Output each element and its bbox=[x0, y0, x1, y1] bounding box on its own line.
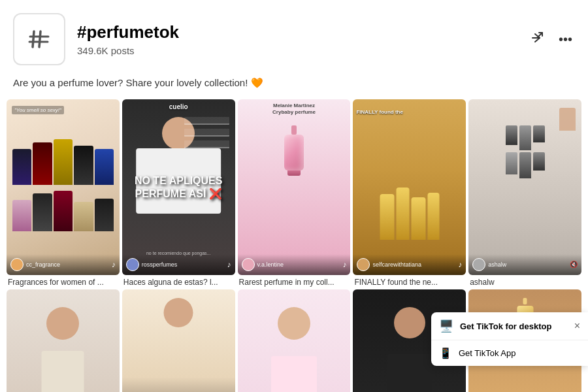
video-card-r2-1[interactable]: 7195721452832820485 bbox=[7, 289, 120, 392]
gold-bottles bbox=[380, 188, 439, 240]
hashtag-header: #perfumetok 349.6K posts ••• bbox=[0, 0, 588, 72]
big-text-line1-2: NO TE APLIQUES bbox=[127, 174, 229, 187]
face-r2-1 bbox=[46, 307, 79, 340]
finally-text: FINALLY found the bbox=[356, 109, 463, 115]
video-wrapper-3: Melanie Martinez Crybaby perfume v.a.len… bbox=[238, 99, 351, 287]
body-r2-4 bbox=[387, 354, 432, 392]
username-tag-2: rossperfumes bbox=[126, 258, 178, 271]
hashtag-icon bbox=[13, 13, 65, 65]
avatar-3 bbox=[242, 258, 255, 271]
dark-bottles bbox=[506, 125, 545, 178]
pink-bottle bbox=[284, 125, 304, 176]
video-wrapper-2: cuelio NO TE APLIQUES PERFUME ASÍ ❌ no t… bbox=[122, 99, 235, 287]
sound-icon-4: ♪ bbox=[458, 260, 462, 269]
body-r2-1 bbox=[42, 351, 84, 392]
username-3: v.a.lentine bbox=[257, 261, 284, 268]
username-tag-3: v.a.lentine bbox=[242, 258, 284, 271]
video-wrapper-5: ashalw 🔇 ashalw bbox=[468, 99, 581, 287]
video-card-5[interactable]: ashalw 🔇 bbox=[468, 99, 581, 275]
video-overlay-1: "You smell so sexy!" cc_fragrance ♪ bbox=[7, 99, 120, 275]
video-card-3[interactable]: Melanie Martinez Crybaby perfume v.a.len… bbox=[238, 99, 351, 275]
caption-2: Haces alguna de estas? l... bbox=[122, 275, 235, 287]
video-card-4[interactable]: FINALLY found the selfcarewithtatiana ♪ bbox=[353, 99, 466, 275]
video-card-r2-2[interactable]: Vanilla bbox=[122, 289, 235, 392]
video-card-2[interactable]: cuelio NO TE APLIQUES PERFUME ASÍ ❌ no t… bbox=[122, 99, 235, 275]
sound-icon-5: 🔇 bbox=[570, 261, 578, 268]
caption-4: FINALLY found the ne... bbox=[353, 275, 466, 287]
card5-bottom: ashalw 🔇 bbox=[468, 254, 581, 275]
username-5: ashalw bbox=[488, 261, 506, 268]
quote-overlay: "You smell so sexy!" bbox=[12, 106, 64, 114]
hashtag-title: #perfumetok bbox=[77, 22, 515, 42]
big-text-line2-2: PERFUME ASÍ ❌ bbox=[127, 187, 229, 199]
more-button[interactable]: ••• bbox=[556, 29, 575, 50]
username-4: selfcarewithtatiana bbox=[372, 261, 421, 268]
sound-icon-1: ♪ bbox=[112, 260, 116, 269]
video-overlay-3: Melanie Martinez Crybaby perfume v.a.len… bbox=[238, 99, 351, 275]
username-1: cc_fragrance bbox=[26, 261, 60, 268]
video-overlay-5: ashalw 🔇 bbox=[468, 99, 581, 275]
card3-bottom: v.a.lentine ♪ bbox=[238, 254, 351, 275]
post-count: 349.6K posts bbox=[77, 45, 515, 56]
popup-desktop-title: Get TikTok for desktop bbox=[460, 321, 568, 331]
avatar-4 bbox=[357, 258, 370, 271]
sound-icon-3: ♪ bbox=[342, 260, 346, 269]
video-wrapper-4: FINALLY found the selfcarewithtatiana ♪ … bbox=[353, 99, 466, 287]
share-button[interactable] bbox=[527, 28, 547, 51]
face-r2-2 bbox=[164, 298, 193, 327]
video-grid-row1: "You smell so sexy!" cc_fragrance ♪ Frag… bbox=[0, 99, 588, 287]
video-card-1[interactable]: "You smell so sexy!" cc_fragrance ♪ bbox=[7, 99, 120, 275]
header-info: #perfumetok 349.6K posts bbox=[77, 22, 515, 56]
video-card-r2-3[interactable] bbox=[238, 289, 351, 392]
svg-line-1 bbox=[39, 31, 41, 47]
video-overlay-2: cuelio NO TE APLIQUES PERFUME ASÍ ❌ no t… bbox=[122, 99, 235, 275]
top-label-2: cuelio bbox=[122, 103, 235, 110]
video-wrapper-1: "You smell so sexy!" cc_fragrance ♪ Frag… bbox=[7, 99, 120, 287]
video-overlay-4: FINALLY found the selfcarewithtatiana ♪ bbox=[353, 99, 466, 275]
username-tag-4: selfcarewithtatiana bbox=[357, 258, 421, 271]
big-text-2: NO TE APLIQUES PERFUME ASÍ ❌ bbox=[127, 174, 229, 199]
body-r2-3 bbox=[271, 356, 317, 392]
username-tag-5: ashalw bbox=[472, 258, 506, 271]
face-r2-3 bbox=[278, 307, 310, 340]
caption-5: ashalw bbox=[468, 275, 581, 287]
caption-3: Rarest perfume in my coll... bbox=[238, 275, 351, 287]
avatar-1 bbox=[10, 258, 24, 271]
popup-header: 🖥️ Get TikTok for desktop × bbox=[431, 312, 588, 340]
desktop-icon: 🖥️ bbox=[439, 319, 453, 333]
avatar-5 bbox=[472, 258, 485, 271]
header-actions: ••• bbox=[527, 28, 575, 51]
hand-overlay bbox=[559, 108, 576, 131]
card2-bottom: rossperfumes ♪ bbox=[122, 254, 235, 275]
phone-icon: 📱 bbox=[439, 347, 452, 359]
sound-icon-2: ♪ bbox=[227, 260, 231, 269]
caption-1: Fragrances for women of ... bbox=[7, 275, 120, 287]
hashtag-description: Are you a perfume lover? Share your love… bbox=[0, 72, 588, 99]
popup-close-button[interactable]: × bbox=[574, 320, 580, 332]
face-r2-4 bbox=[394, 307, 425, 338]
username-2: rossperfumes bbox=[142, 261, 178, 268]
svg-line-0 bbox=[33, 31, 34, 47]
card4-bottom: selfcarewithtatiana ♪ bbox=[353, 254, 466, 275]
popup-app-title: Get TikTok App bbox=[459, 348, 515, 358]
card1-bottom: cc_fragrance ♪ bbox=[7, 254, 120, 275]
creator-overlay-3: Melanie Martinez Crybaby perfume bbox=[238, 103, 351, 116]
username-tag-1: cc_fragrance bbox=[10, 258, 60, 271]
popup-app-item[interactable]: 📱 Get TikTok App bbox=[431, 340, 588, 366]
desktop-popup: 🖥️ Get TikTok for desktop × 📱 Get TikTok… bbox=[431, 312, 588, 366]
avatar-2 bbox=[126, 258, 139, 271]
